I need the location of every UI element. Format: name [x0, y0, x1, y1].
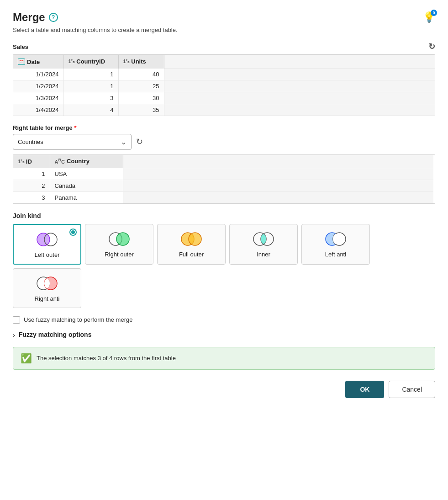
abc-icon: ABC: [55, 158, 65, 165]
sales-col-empty: [164, 55, 435, 68]
sales-cell-empty: [164, 104, 435, 116]
dropdown-value: Countries: [18, 138, 43, 145]
svg-point-0: [37, 233, 50, 246]
fuzzy-checkbox-row: Use fuzzy matching to perform the merge: [13, 316, 435, 324]
join-radio-left-outer: [69, 229, 77, 236]
join-option-full-outer[interactable]: Full outer: [157, 224, 226, 265]
sales-cell-empty: [164, 80, 435, 92]
sales-cell-countryid: 1: [63, 68, 118, 80]
fuzzy-chevron-icon[interactable]: ›: [13, 331, 15, 339]
join-option-left-anti[interactable]: Left anti: [301, 224, 370, 265]
venn-right-anti: [34, 275, 60, 292]
required-marker: *: [74, 124, 76, 131]
join-label-full-outer: Full outer: [179, 251, 204, 258]
countries-cell-empty: [123, 191, 433, 203]
join-options: Left outer Right outer Full outer Inner: [13, 224, 435, 308]
sales-col-date[interactable]: 📅 Date: [13, 55, 63, 68]
venn-left-outer: [34, 231, 60, 248]
countries-cell-id: 2: [13, 180, 50, 191]
countries-cell-id: 3: [13, 191, 50, 203]
countries-table-row: 2 Canada: [13, 180, 433, 191]
sales-cell-units: 35: [118, 104, 164, 116]
join-label-left-outer: Left outer: [35, 251, 60, 258]
sales-cell-countryid: 4: [63, 104, 118, 116]
sales-table-row: 1/4/2024 4 35: [13, 104, 435, 116]
join-label-right-outer: Right outer: [105, 251, 134, 258]
ok-button[interactable]: OK: [345, 381, 384, 398]
status-check-icon: ✅: [21, 353, 32, 364]
countries-cell-country: USA: [50, 168, 123, 180]
right-table-dropdown[interactable]: Countries ⌄: [13, 134, 132, 150]
sales-table-row: 1/1/2024 1 40: [13, 68, 435, 80]
cancel-button[interactable]: Cancel: [389, 381, 435, 398]
venn-full-outer: [179, 231, 204, 247]
countries-cell-id: 1: [13, 168, 50, 180]
sales-col-units[interactable]: 1²₃ Units: [118, 55, 164, 68]
sales-cell-units: 25: [118, 80, 164, 92]
svg-point-5: [189, 233, 201, 245]
fuzzy-options-label: Fuzzy matching options: [19, 331, 91, 338]
join-label-left-anti: Left anti: [325, 251, 346, 258]
countries-col-country[interactable]: ABC Country: [50, 155, 123, 168]
join-option-right-anti[interactable]: Right anti: [13, 268, 81, 308]
right-table-label: Right table for merge *: [13, 124, 435, 131]
sales-table-wrapper: 📅 Date 1²₃ CountryID 1²₃ Units: [13, 54, 435, 116]
venn-inner: [251, 231, 276, 247]
date-icon: 📅: [18, 59, 25, 65]
subtitle: Select a table and matching columns to c…: [13, 27, 435, 33]
countries-table-wrapper: 1²₃ ID ABC Country 1 USA 2 Canada: [13, 154, 435, 204]
join-option-right-outer[interactable]: Right outer: [85, 224, 153, 265]
sales-table: 📅 Date 1²₃ CountryID 1²₃ Units: [13, 55, 435, 116]
sales-cell-units: 40: [118, 68, 164, 80]
countries-col-id[interactable]: 1²₃ ID: [13, 155, 50, 168]
sales-cell-countryid: 3: [63, 92, 118, 104]
lightbulb-button[interactable]: 💡 0: [423, 11, 435, 23]
svg-point-3: [116, 233, 129, 245]
join-label-inner: Inner: [257, 251, 270, 258]
sales-table-row: 1/2/2024 1 25: [13, 80, 435, 92]
venn-right-outer: [106, 231, 132, 247]
countries-table-row: 1 USA: [13, 168, 433, 180]
countries-cell-empty: [123, 180, 433, 191]
fuzzy-checkbox-label: Use fuzzy matching to perform the merge: [24, 316, 132, 323]
123-icon-units: 1²₃: [123, 59, 130, 64]
countries-cell-empty: [123, 168, 433, 180]
sales-table-row: 1/3/2024 3 30: [13, 92, 435, 104]
sales-cell-date: 1/2/2024: [13, 80, 63, 92]
status-bar: ✅ The selection matches 3 of 4 rows from…: [13, 347, 435, 370]
join-option-left-outer[interactable]: Left outer: [13, 224, 81, 265]
sales-cell-countryid: 1: [63, 80, 118, 92]
countries-cell-country: Canada: [50, 180, 123, 191]
refresh-icon[interactable]: ↻: [428, 42, 435, 52]
help-icon[interactable]: ?: [49, 13, 58, 22]
sales-cell-date: 1/3/2024: [13, 92, 63, 104]
sales-cell-date: 1/4/2024: [13, 104, 63, 116]
123-icon: 1²₃: [69, 59, 75, 64]
join-kind-label: Join kind: [13, 212, 435, 219]
sales-cell-empty: [164, 68, 435, 80]
fuzzy-checkbox[interactable]: [13, 316, 20, 324]
join-option-inner[interactable]: Inner: [229, 224, 298, 265]
123-icon-id: 1²₃: [18, 159, 24, 165]
dropdown-arrow-icon: ⌄: [121, 138, 126, 146]
sales-label: Sales: [13, 43, 28, 50]
sales-cell-date: 1/1/2024: [13, 68, 63, 80]
countries-table: 1²₃ ID ABC Country 1 USA 2 Canada: [13, 155, 433, 203]
footer-buttons: OK Cancel: [13, 381, 435, 398]
fuzzy-options-row: › Fuzzy matching options: [13, 331, 435, 339]
lightbulb-badge: 0: [431, 10, 437, 16]
venn-left-anti: [323, 231, 348, 247]
status-text: The selection matches 3 of 4 rows from t…: [37, 355, 176, 362]
countries-col-empty: [123, 155, 433, 168]
sales-cell-empty: [164, 92, 435, 104]
sales-cell-units: 30: [118, 92, 164, 104]
page-title: Merge: [13, 11, 45, 24]
right-table-refresh-icon[interactable]: ↻: [136, 137, 143, 147]
sales-section-label: Sales ↻: [13, 42, 435, 52]
countries-cell-country: Panama: [50, 191, 123, 203]
countries-table-row: 3 Panama: [13, 191, 433, 203]
join-label-right-anti: Right anti: [35, 295, 60, 302]
sales-col-countryid[interactable]: 1²₃ CountryID: [63, 55, 118, 68]
